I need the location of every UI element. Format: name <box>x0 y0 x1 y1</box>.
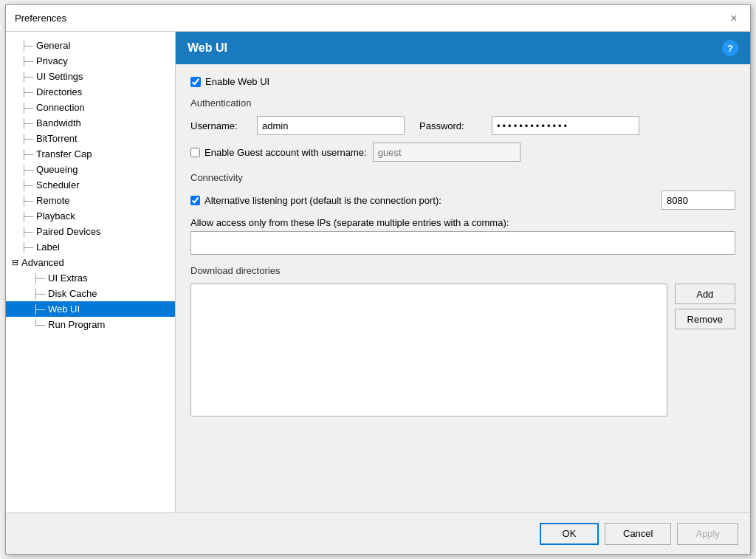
authentication-title: Authentication <box>190 97 735 109</box>
guest-row: Enable Guest account with username: <box>190 143 735 162</box>
username-label: Username: <box>190 120 257 131</box>
panel-header: Web UI ? <box>176 32 750 64</box>
connectivity-title: Connectivity <box>190 172 735 183</box>
sidebar-item-advanced[interactable]: ⊟ Advanced <box>6 255 175 270</box>
sidebar-item-web-ui[interactable]: ├─ Web UI <box>6 301 175 317</box>
sidebar-item-ui-extras[interactable]: ├─ UI Extras <box>6 270 175 286</box>
sidebar-item-bittorrent[interactable]: ├─ BitTorrent <box>6 131 175 146</box>
download-buttons: Add Remove <box>675 284 735 416</box>
password-label: Password: <box>419 120 486 131</box>
authentication-section: Authentication Username: Password: Enabl… <box>190 97 735 162</box>
panel-title: Web UI <box>188 41 227 55</box>
download-section: Add Remove <box>190 284 735 416</box>
close-button[interactable]: × <box>726 11 741 26</box>
panel-body: Enable Web UI Authentication Username: P… <box>176 64 750 512</box>
password-input[interactable] <box>492 116 639 135</box>
sidebar-item-playback[interactable]: ├─ Playback <box>6 208 175 224</box>
sidebar-item-connection[interactable]: ├─ Connection <box>6 100 175 115</box>
sidebar-item-transfer-cap[interactable]: ├─ Transfer Cap <box>6 146 175 162</box>
sidebar-item-ui-settings[interactable]: ├─ UI Settings <box>6 69 175 84</box>
sidebar-item-disk-cache[interactable]: ├─ Disk Cache <box>6 286 175 301</box>
sidebar-item-scheduler[interactable]: ├─ Scheduler <box>6 177 175 193</box>
main-content: ├─ General ├─ Privacy ├─ UI Settings ├─ … <box>6 32 750 512</box>
alt-port-row: Alternative listening port (default is t… <box>190 191 735 210</box>
credentials-row: Username: Password: <box>190 116 735 135</box>
sidebar-item-directories[interactable]: ├─ Directories <box>6 84 175 100</box>
download-dirs-label: Download directories <box>190 265 735 276</box>
ok-button[interactable]: OK <box>540 523 599 545</box>
help-button[interactable]: ? <box>722 40 738 56</box>
dialog-title: Preferences <box>15 13 66 24</box>
sidebar-item-label[interactable]: ├─ Label <box>6 239 175 255</box>
content-panel: Web UI ? Enable Web UI Authentication Us… <box>176 32 750 512</box>
enable-guest-checkbox[interactable] <box>190 148 200 157</box>
username-input[interactable] <box>257 116 405 135</box>
sidebar-item-general[interactable]: ├─ General <box>6 38 175 53</box>
download-dirs-list[interactable] <box>190 284 667 416</box>
sidebar-item-privacy[interactable]: ├─ Privacy <box>6 53 175 69</box>
apply-button[interactable]: Apply <box>677 523 738 545</box>
sidebar-item-run-program[interactable]: └─ Run Program <box>6 317 175 332</box>
collapse-icon: ⊟ <box>12 258 18 267</box>
enable-guest-label[interactable]: Enable Guest account with username: <box>205 147 367 158</box>
title-bar: Preferences × <box>6 5 750 32</box>
sidebar-item-paired-devices[interactable]: ├─ Paired Devices <box>6 224 175 239</box>
download-directories-section: Download directories Add Remove <box>190 265 735 416</box>
sidebar: ├─ General ├─ Privacy ├─ UI Settings ├─ … <box>6 32 176 512</box>
sidebar-item-bandwidth[interactable]: ├─ Bandwidth <box>6 115 175 131</box>
preferences-dialog: Preferences × ├─ General ├─ Privacy ├─ U… <box>5 4 751 555</box>
sidebar-item-queueing[interactable]: ├─ Queueing <box>6 162 175 177</box>
ip-access-label: Allow access only from these IPs (separa… <box>190 217 735 228</box>
port-input[interactable] <box>662 191 735 210</box>
remove-button[interactable]: Remove <box>675 309 735 329</box>
cancel-button[interactable]: Cancel <box>605 523 671 545</box>
enable-webui-label[interactable]: Enable Web UI <box>205 76 269 87</box>
ip-access-input[interactable] <box>190 231 735 255</box>
footer: OK Cancel Apply <box>6 512 750 554</box>
ip-section: Allow access only from these IPs (separa… <box>190 217 735 255</box>
alt-port-label[interactable]: Alternative listening port (default is t… <box>205 195 654 206</box>
alt-port-checkbox[interactable] <box>190 196 200 205</box>
add-button[interactable]: Add <box>675 284 735 304</box>
sidebar-item-remote[interactable]: ├─ Remote <box>6 193 175 208</box>
connectivity-section: Connectivity Alternative listening port … <box>190 172 735 210</box>
guest-username-input[interactable] <box>373 143 520 162</box>
enable-webui-row: Enable Web UI <box>190 76 735 87</box>
enable-webui-checkbox[interactable] <box>190 77 201 87</box>
